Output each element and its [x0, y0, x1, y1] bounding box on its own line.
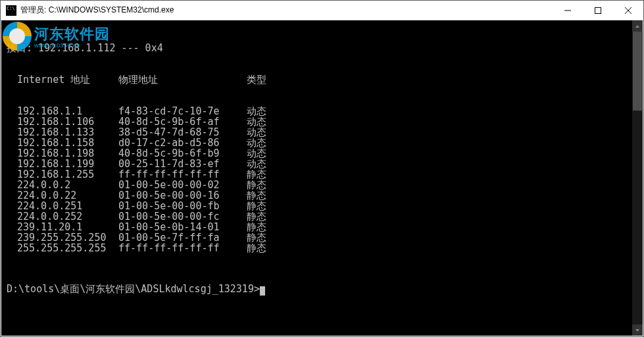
svg-marker-4 [635, 25, 639, 28]
arp-type: 静态 [247, 211, 266, 222]
arp-row: 224.0.0.25201-00-5e-00-00-fc静态 [7, 211, 643, 222]
cursor-icon [260, 286, 265, 296]
arp-type: 动态 [247, 148, 266, 159]
arp-row: 255.255.255.255ff-ff-ff-ff-ff-ff静态 [7, 243, 643, 253]
arp-row: 224.0.0.201-00-5e-00-00-02静态 [7, 180, 643, 190]
arp-type: 动态 [247, 159, 266, 169]
arp-mac: 00-25-11-7d-83-ef [118, 159, 247, 169]
arp-row: 192.168.1.158d0-17-c2-ab-d5-86动态 [7, 138, 643, 148]
arp-type: 静态 [247, 169, 266, 180]
arp-row: 192.168.1.10640-8d-5c-9b-6f-af动态 [7, 117, 643, 127]
cmd-icon [6, 5, 16, 16]
arp-rows: 192.168.1.1f4-83-cd-7c-10-7e动态192.168.1.… [7, 106, 643, 253]
svg-marker-5 [635, 329, 639, 332]
arp-ip: 192.168.1.106 [7, 117, 118, 127]
arp-type: 动态 [247, 106, 266, 117]
arp-ip: 255.255.255.255 [7, 243, 118, 253]
arp-mac: 01-00-5e-0b-14-01 [118, 222, 247, 232]
arp-ip: 224.0.0.251 [7, 201, 118, 211]
arp-mac: f4-83-cd-7c-10-7e [118, 106, 247, 117]
maximize-button[interactable] [583, 1, 613, 20]
arp-ip: 224.0.0.2 [7, 180, 118, 190]
arp-mac: ff-ff-ff-ff-ff-ff [118, 169, 247, 180]
arp-type: 动态 [247, 138, 266, 148]
arp-mac: 01-00-5e-7f-ff-fa [118, 232, 247, 243]
close-button[interactable] [613, 1, 643, 20]
window-controls [553, 1, 643, 20]
prompt-text: D:\tools\桌面\河东软件园\ADSLkdwlcsgj_132319> [7, 283, 260, 295]
arp-row: 239.255.255.25001-00-5e-7f-ff-fa静态 [7, 232, 643, 243]
cmd-window: 管理员: C:\WINDOWS\SYSTEM32\cmd.exe 接口: 192… [0, 0, 644, 337]
arp-row: 224.0.0.25101-00-5e-00-00-fb静态 [7, 201, 643, 211]
arp-mac: 01-00-5e-00-00-16 [118, 190, 247, 201]
arp-row: 192.168.1.19840-8d-5c-9b-6f-b9动态 [7, 148, 643, 159]
scroll-down-button[interactable] [632, 324, 643, 336]
vertical-scrollbar[interactable] [632, 20, 643, 336]
arp-ip: 239.11.20.1 [7, 222, 118, 232]
scroll-up-button[interactable] [632, 20, 643, 32]
arp-mac: 01-00-5e-00-00-02 [118, 180, 247, 190]
arp-ip: 224.0.0.252 [7, 211, 118, 222]
arp-ip: 239.255.255.250 [7, 232, 118, 243]
arp-header-row: Internet 地址物理地址类型 [7, 74, 643, 85]
arp-row: 239.11.20.101-00-5e-0b-14-01静态 [7, 222, 643, 232]
arp-ip: 192.168.1.255 [7, 169, 118, 180]
arp-ip: 192.168.1.199 [7, 159, 118, 169]
arp-type: 动态 [247, 127, 266, 138]
arp-ip: 192.168.1.158 [7, 138, 118, 148]
arp-mac: 01-00-5e-00-00-fb [118, 201, 247, 211]
arp-type: 静态 [247, 180, 266, 190]
window-title: 管理员: C:\WINDOWS\SYSTEM32\cmd.exe [20, 5, 553, 16]
arp-header-mac: 物理地址 [118, 74, 247, 85]
minimize-button[interactable] [553, 1, 583, 20]
arp-mac: ff-ff-ff-ff-ff-ff [118, 243, 247, 253]
interface-line: 接口: 192.168.1.112 --- 0x4 [7, 43, 643, 53]
arp-row: 192.168.1.19900-25-11-7d-83-ef动态 [7, 159, 643, 169]
arp-row: 224.0.0.2201-00-5e-00-00-16静态 [7, 190, 643, 201]
arp-mac: 01-00-5e-00-00-fc [118, 211, 247, 222]
terminal-client-area[interactable]: 接口: 192.168.1.112 --- 0x4 Internet 地址物理地… [1, 20, 643, 336]
scroll-track[interactable] [632, 32, 643, 324]
arp-type: 动态 [247, 117, 266, 127]
arp-row: 192.168.1.13338-d5-47-7d-68-75动态 [7, 127, 643, 138]
arp-ip: 192.168.1.133 [7, 127, 118, 138]
arp-mac: 38-d5-47-7d-68-75 [118, 127, 247, 138]
arp-type: 静态 [247, 190, 266, 201]
arp-row: 192.168.1.255ff-ff-ff-ff-ff-ff静态 [7, 169, 643, 180]
arp-ip: 224.0.0.22 [7, 190, 118, 201]
arp-type: 静态 [247, 222, 266, 232]
scroll-thumb[interactable] [633, 32, 642, 111]
titlebar[interactable]: 管理员: C:\WINDOWS\SYSTEM32\cmd.exe [1, 1, 643, 20]
terminal-output: 接口: 192.168.1.112 --- 0x4 Internet 地址物理地… [1, 20, 643, 336]
svg-rect-1 [595, 7, 601, 13]
prompt-line: D:\tools\桌面\河东软件园\ADSLkdwlcsgj_132319> [7, 284, 643, 295]
arp-type: 静态 [247, 201, 266, 211]
arp-ip: 192.168.1.198 [7, 148, 118, 159]
arp-mac: 40-8d-5c-9b-6f-af [118, 117, 247, 127]
arp-type: 静态 [247, 232, 266, 243]
arp-ip: 192.168.1.1 [7, 106, 118, 117]
arp-header-type: 类型 [247, 74, 266, 85]
arp-mac: 40-8d-5c-9b-6f-b9 [118, 148, 247, 159]
arp-type: 静态 [247, 243, 266, 253]
arp-row: 192.168.1.1f4-83-cd-7c-10-7e动态 [7, 106, 643, 117]
arp-header-ip: Internet 地址 [7, 74, 118, 85]
arp-mac: d0-17-c2-ab-d5-86 [118, 138, 247, 148]
